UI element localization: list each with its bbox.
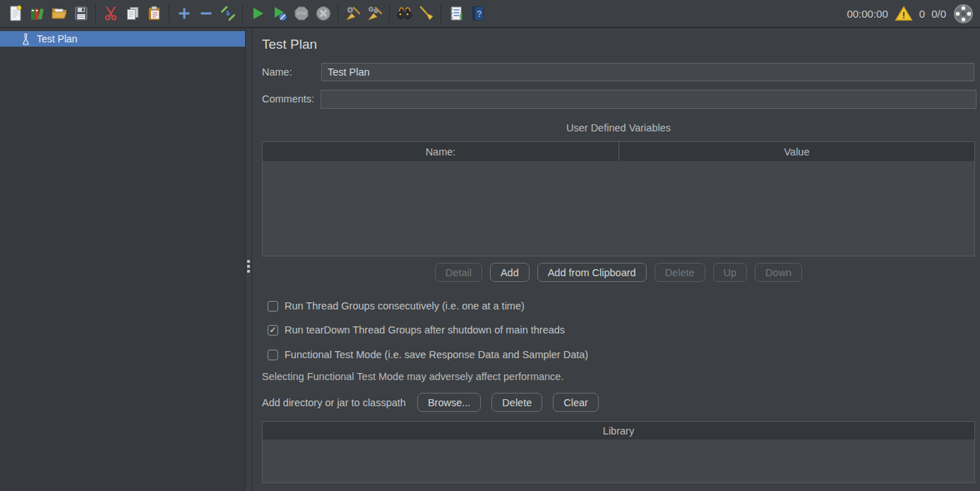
stop-icon[interactable]: STOP	[290, 3, 312, 24]
toolbar-separator	[169, 4, 169, 23]
toolbar-separator	[95, 4, 96, 23]
udv-table-body[interactable]	[263, 161, 974, 256]
svg-text:STOP: STOP	[296, 11, 306, 16]
toolbar-separator	[441, 4, 441, 23]
option-run-consecutively: Run Thread Groups consecutively (i.e. on…	[268, 300, 525, 312]
delete-button[interactable]: Delete	[655, 263, 705, 282]
save-icon[interactable]	[70, 3, 92, 24]
help-icon[interactable]: ?	[467, 3, 489, 24]
add-from-clipboard-button[interactable]: Add from Clipboard	[537, 263, 647, 282]
toolbar-separator	[389, 4, 390, 23]
name-label: Name:	[262, 66, 292, 78]
cut-icon[interactable]	[100, 3, 121, 24]
templates-icon[interactable]	[26, 3, 48, 24]
udv-column-name[interactable]: Name:	[263, 142, 619, 161]
library-column-header[interactable]: Library	[263, 422, 974, 439]
udv-table-header: Name: Value	[263, 142, 974, 161]
functional-mode-checkbox[interactable]	[268, 350, 278, 360]
toolbar-status-area: 00:00:00 ! 0 0/0	[847, 3, 976, 25]
option-label: Run tearDown Thread Groups after shutdow…	[285, 324, 565, 336]
browse-button[interactable]: Browse...	[417, 393, 481, 412]
udv-button-row: Detail Add Add from Clipboard Delete Up …	[262, 263, 975, 282]
clear-button[interactable]: Clear	[553, 393, 599, 412]
new-file-icon[interactable]	[4, 3, 26, 24]
library-table-body[interactable]	[263, 439, 974, 483]
clear-all-icon[interactable]	[364, 3, 386, 24]
activity-wheel-icon	[952, 3, 974, 25]
test-plan-flask-icon	[20, 33, 31, 45]
open-file-icon[interactable]	[48, 3, 70, 24]
tree-node-test-plan[interactable]: Test Plan	[0, 31, 245, 47]
option-label: Run Thread Groups consecutively (i.e. on…	[285, 300, 525, 312]
search-icon[interactable]	[393, 3, 415, 24]
run-consecutively-checkbox[interactable]	[268, 301, 278, 312]
library-table-header: Library	[263, 422, 974, 439]
classpath-delete-button[interactable]: Delete	[491, 393, 542, 412]
tree-node-label: Test Plan	[37, 33, 78, 45]
functional-mode-note: Selecting Functional Test Mode may adver…	[262, 371, 563, 382]
comments-label: Comments:	[262, 93, 314, 105]
udv-table: Name: Value	[262, 141, 975, 256]
add-button[interactable]: Add	[490, 263, 530, 282]
start-icon[interactable]	[246, 3, 268, 24]
toolbar-separator	[242, 4, 243, 23]
detail-button[interactable]: Detail	[435, 263, 482, 282]
tree-main-splitter[interactable]	[245, 30, 252, 491]
thread-counts: 0/0	[931, 8, 946, 20]
classpath-label: Add directory or jar to classpath	[262, 397, 406, 408]
toolbar-separator	[337, 4, 338, 23]
up-button[interactable]: Up	[713, 263, 748, 282]
expand-all-icon[interactable]	[173, 3, 195, 24]
down-button[interactable]: Down	[755, 263, 802, 282]
test-plan-panel: Test Plan Name: Comments: User Defined V…	[252, 30, 980, 491]
splitter-grip[interactable]	[247, 260, 251, 273]
classpath-row: Add directory or jar to classpath Browse…	[262, 393, 609, 412]
copy-icon[interactable]	[121, 3, 143, 24]
name-input[interactable]	[321, 63, 974, 81]
option-run-teardown: Run tearDown Thread Groups after shutdow…	[268, 324, 565, 336]
toolbar: STOP ? 00:00:00 ! 0	[0, 0, 980, 28]
paste-icon[interactable]	[143, 3, 165, 24]
toggle-icon[interactable]	[217, 3, 239, 24]
elapsed-time: 00:00:00	[847, 8, 888, 20]
shutdown-icon[interactable]	[312, 3, 334, 24]
svg-text:!: !	[902, 11, 905, 20]
error-count: 0	[919, 8, 925, 20]
collapse-all-icon[interactable]	[195, 3, 217, 24]
test-plan-tree: Test Plan	[0, 30, 245, 491]
run-teardown-checkbox[interactable]	[268, 325, 278, 336]
clear-icon[interactable]	[342, 3, 364, 24]
jmeter-window: STOP ? 00:00:00 ! 0	[0, 0, 980, 491]
udv-column-value[interactable]: Value	[619, 142, 974, 161]
option-functional-mode: Functional Test Mode (i.e. save Response…	[268, 349, 588, 360]
udv-table-title: User Defined Variables	[262, 122, 975, 134]
search-reset-icon[interactable]	[415, 3, 437, 24]
warning-triangle-icon[interactable]: !	[895, 5, 913, 22]
start-no-timers-icon[interactable]	[268, 3, 290, 24]
svg-text:?: ?	[477, 9, 482, 19]
function-helper-icon[interactable]	[445, 3, 467, 24]
library-table: Library	[262, 421, 975, 483]
option-label: Functional Test Mode (i.e. save Response…	[285, 349, 588, 360]
comments-input[interactable]	[321, 90, 976, 109]
page-title: Test Plan	[262, 37, 317, 52]
